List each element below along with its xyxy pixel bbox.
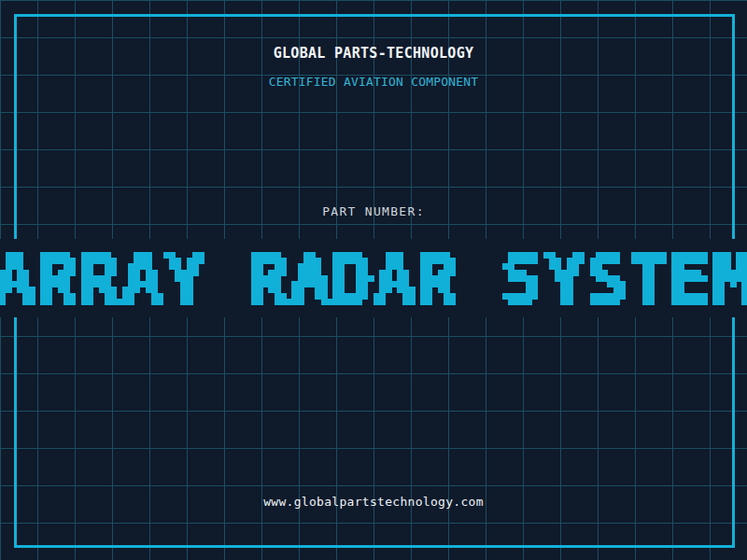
company-name: GLOBAL PARTS-TECHNOLOGY — [0, 45, 747, 62]
part-number-label: PART NUMBER: — [0, 204, 747, 218]
part-number-pixel-text — [0, 243, 747, 314]
part-number-band — [0, 239, 747, 317]
certificate-page: GLOBAL PARTS-TECHNOLOGY CERTIFIED AVIATI… — [0, 0, 747, 560]
certification-tagline: CERTIFIED AVIATION COMPONENT — [0, 75, 747, 89]
website-url: www.globalpartstechnology.com — [0, 495, 747, 509]
page-header: GLOBAL PARTS-TECHNOLOGY CERTIFIED AVIATI… — [0, 45, 747, 89]
